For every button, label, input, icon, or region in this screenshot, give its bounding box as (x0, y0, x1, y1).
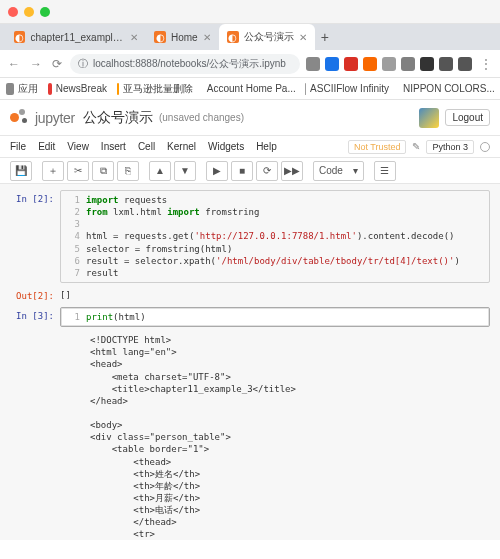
favicon-icon: ◐ (14, 31, 25, 43)
save-button[interactable]: 💾 (10, 161, 32, 181)
bookmark-label: NIPPON COLORS... (403, 83, 494, 94)
in-prompt: In [3]: (10, 307, 60, 321)
chevron-down-icon: ▾ (353, 165, 358, 176)
tab-label: 公众号演示 (244, 30, 294, 44)
trust-indicator[interactable]: Not Trusted (348, 140, 407, 154)
move-down-button[interactable]: ▼ (174, 161, 196, 181)
menu-file[interactable]: File (10, 141, 26, 152)
browser-tabstrip: ◐chapter11_example_3✕◐Home✕◐公众号演示✕+ (0, 24, 500, 50)
favicon-icon: ◐ (227, 31, 239, 43)
jupyter-logo[interactable]: jupyter (10, 108, 75, 128)
in-prompt: In [2]: (10, 190, 60, 204)
extension-icon[interactable] (306, 57, 320, 71)
stdout-output: <!DOCTYPE html> <html lang="en"> <head> … (10, 331, 490, 540)
menu-widgets[interactable]: Widgets (208, 141, 244, 152)
kernel-name[interactable]: Python 3 (426, 140, 474, 154)
close-tab-icon[interactable]: ✕ (203, 32, 211, 43)
menu-edit[interactable]: Edit (38, 141, 55, 152)
menu-button[interactable]: ⋮ (478, 57, 494, 71)
tab-label: chapter11_example_3 (30, 32, 125, 43)
menu-help[interactable]: Help (256, 141, 277, 152)
site-info-icon[interactable]: ⓘ (78, 57, 88, 71)
code-cell[interactable]: In [3]: 1print(html) (10, 307, 490, 327)
bookmark-label: 亚马逊批量删除 (123, 82, 193, 96)
extensions-area (306, 57, 472, 71)
bookmark-item[interactable]: ASCIIFlow Infinity (305, 83, 389, 95)
favicon-icon: ◐ (154, 31, 166, 43)
close-tab-icon[interactable]: ✕ (299, 32, 307, 43)
browser-tab[interactable]: ◐Home✕ (146, 24, 219, 50)
extension-icon[interactable] (420, 57, 434, 71)
notebook-title[interactable]: 公众号演示 (83, 109, 153, 127)
jupyter-menubar: FileEditViewInsertCellKernelWidgetsHelp … (0, 136, 500, 158)
extension-icon[interactable] (363, 57, 377, 71)
restart-button[interactable]: ⟳ (256, 161, 278, 181)
minimize-window-icon[interactable] (24, 7, 34, 17)
menu-view[interactable]: View (67, 141, 89, 152)
browser-toolbar: ← → ⟳ ⓘ localhost:8888/notebooks/公众号演示.i… (0, 50, 500, 78)
bookmarks-bar: 应用NewsBreak亚马逊批量删除Account Home Pa...ASCI… (0, 78, 500, 100)
bookmark-favicon-icon (48, 83, 52, 95)
address-bar[interactable]: ⓘ localhost:8888/notebooks/公众号演示.ipynb (70, 54, 300, 74)
bookmark-label: 应用 (18, 82, 38, 96)
paste-button[interactable]: ⎘ (117, 161, 139, 181)
bookmark-label: NewsBreak (56, 83, 107, 94)
bookmark-label: Account Home Pa... (207, 83, 296, 94)
jupyter-header: jupyter 公众号演示 (unsaved changes) Logout (0, 100, 500, 136)
back-button[interactable]: ← (6, 57, 22, 71)
bookmark-item[interactable]: 应用 (6, 82, 38, 96)
menu-insert[interactable]: Insert (101, 141, 126, 152)
edit-icon[interactable]: ✎ (412, 141, 420, 152)
jupyter-toolbar: 💾 ＋ ✂ ⧉ ⎘ ▲ ▼ ▶ ■ ⟳ ▶▶ Code▾ ☰ (0, 158, 500, 184)
bookmark-item[interactable]: Account Home Pa... (203, 83, 296, 95)
jupyter-logo-icon (10, 108, 30, 128)
tab-label: Home (171, 32, 198, 43)
notebook-status: (unsaved changes) (159, 112, 244, 123)
extension-icon[interactable] (344, 57, 358, 71)
code-input[interactable]: 1print(html) (60, 307, 490, 327)
bookmark-label: ASCIIFlow Infinity (310, 83, 389, 94)
reload-button[interactable]: ⟳ (50, 57, 64, 71)
kernel-logo-icon (419, 108, 439, 128)
copy-button[interactable]: ⧉ (92, 161, 114, 181)
bookmark-favicon-icon (6, 83, 14, 95)
stop-button[interactable]: ■ (231, 161, 253, 181)
traffic-lights (8, 7, 50, 17)
run-button[interactable]: ▶ (206, 161, 228, 181)
code-cell[interactable]: In [2]: 1import requests2from lxml.html … (10, 190, 490, 283)
maximize-window-icon[interactable] (40, 7, 50, 17)
new-tab-button[interactable]: + (315, 29, 335, 45)
add-cell-button[interactable]: ＋ (42, 161, 64, 181)
extension-icon[interactable] (325, 57, 339, 71)
bookmark-item[interactable]: 亚马逊批量删除 (117, 82, 193, 96)
browser-tab[interactable]: ◐chapter11_example_3✕ (6, 24, 146, 50)
menu-cell[interactable]: Cell (138, 141, 155, 152)
bookmark-item[interactable]: NewsBreak (48, 83, 107, 95)
window-titlebar (0, 0, 500, 24)
celltype-select[interactable]: Code▾ (313, 161, 364, 181)
kernel-status-icon (480, 142, 490, 152)
bookmark-item[interactable]: NIPPON COLORS... (399, 83, 494, 95)
code-input[interactable]: 1import requests2from lxml.html import f… (60, 190, 490, 283)
logout-button[interactable]: Logout (445, 109, 490, 126)
browser-tab[interactable]: ◐公众号演示✕ (219, 24, 315, 50)
extension-icon[interactable] (439, 57, 453, 71)
menu-kernel[interactable]: Kernel (167, 141, 196, 152)
bookmark-favicon-icon (305, 83, 306, 95)
bookmark-favicon-icon (117, 83, 119, 95)
move-up-button[interactable]: ▲ (149, 161, 171, 181)
address-text: localhost:8888/notebooks/公众号演示.ipynb (93, 57, 286, 71)
output-text: [] (60, 287, 490, 303)
notebook-area[interactable]: In [2]: 1import requests2from lxml.html … (0, 184, 500, 540)
command-palette-button[interactable]: ☰ (374, 161, 396, 181)
close-tab-icon[interactable]: ✕ (130, 32, 138, 43)
output-cell: Out[2]: [] (10, 287, 490, 303)
out-prompt: Out[2]: (10, 287, 60, 301)
extension-icon[interactable] (382, 57, 396, 71)
extension-icon[interactable] (401, 57, 415, 71)
forward-button: → (28, 57, 44, 71)
extension-icon[interactable] (458, 57, 472, 71)
close-window-icon[interactable] (8, 7, 18, 17)
cut-button[interactable]: ✂ (67, 161, 89, 181)
run-all-button[interactable]: ▶▶ (281, 161, 303, 181)
